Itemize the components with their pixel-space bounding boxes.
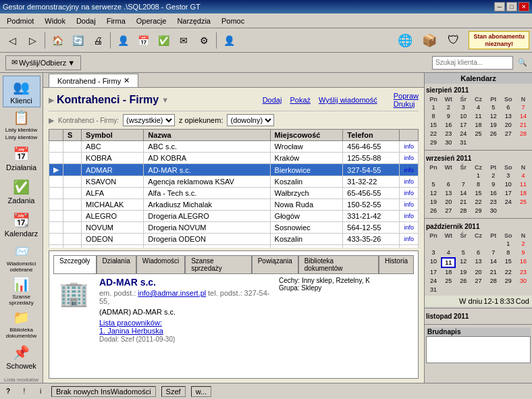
table-row[interactable]: KOBRA AD KOBRA Kraków 125-55-88 info [49,153,419,164]
window-controls: ─ □ ✕ [494,2,529,11]
brudnopis-textarea[interactable] [426,336,531,363]
cell-nazwa: ABC s.c. [144,141,270,153]
extra-status: w... [191,386,212,397]
minimize-button[interactable]: ─ [494,2,505,11]
tab-kontrahend-firmy[interactable]: Kontrahend - Firmy ✕ [49,74,138,87]
user-button[interactable]: 👤 [219,31,238,50]
menu-dodaj[interactable]: Dodaj [71,16,101,26]
col-miejscowosc[interactable]: Miejscowość [270,130,343,141]
table-row[interactable]: KSAVON Agencja reklamowa KSAV Koszalin 3… [49,176,419,188]
col-indicator [49,130,63,141]
popraw-link[interactable]: Popraw [394,92,419,100]
detail-tab-dzialania[interactable]: Działania [97,255,136,273]
sidebar-item-wiadomosci[interactable]: 📨 Wiadomości odebrane [3,242,41,273]
cell-telefon: 331-21-42 [343,211,400,222]
table-row[interactable]: MICHALAK Arkadiusz Michalak Nowa Ruda 15… [49,199,419,211]
alert-button[interactable]: ! [19,386,30,397]
table-row[interactable]: KOZICKO Export - Import Kozicko 545-48-5… [49,245,419,248]
detail-tab-historia[interactable]: Historia [379,255,414,273]
table-row[interactable]: ALEGRO Drogeria ALEGRO Głogów 331-21-42 … [49,211,419,222]
table-row[interactable]: NOVUM Drogeria NOVUM Sosnowiec 564-12-55… [49,222,419,234]
cell-telefon: 125-55-88 [343,153,400,164]
detail-tab-biblioteka[interactable]: Biblioteka dokumentów [298,255,379,273]
table-row[interactable]: ▶ ADMAR AD-MAR s.c. Bierkowice 327-54-55… [49,164,419,176]
sidebar-item-listy[interactable]: 📋 Listy klientów Listy klientów [3,109,41,141]
back-button[interactable]: ◁ [3,31,22,50]
cell-s [63,164,82,176]
detail-panel: Szczegóły Działania Wiadomości Szanse sp… [49,250,419,379]
help-button[interactable]: ? [3,386,14,397]
search-input[interactable] [432,56,513,70]
cell-s [63,222,82,234]
cell-info: info [400,164,419,176]
page-title: Kontrahenci - Firmy [57,94,159,106]
cell-s [63,245,82,248]
globe-button[interactable]: 🌐 [396,31,415,50]
sidebar-item-szanse[interactable]: 📊 Szanse sprzedaży [3,275,41,307]
table-row[interactable]: ODEON Drogeria ODEON Koszalin 433-35-26 … [49,234,419,245]
pokaz-link[interactable]: Pokaż [290,96,311,104]
page-title-dropdown[interactable]: ▼ [161,96,169,104]
detail-tab-szczegoly[interactable]: Szczegóły [53,255,97,273]
calendar-october: październik 2011 PnWtŚrCzPtSoN 12 345678… [425,220,532,296]
detail-tab-szanse[interactable]: Szanse sprzedaży [185,255,251,273]
forward-button[interactable]: ▷ [23,31,42,50]
tasks-button[interactable]: ✅ [154,31,173,50]
maximize-button[interactable]: □ [506,2,517,11]
menu-operacje[interactable]: Operacje [131,16,172,26]
search-button[interactable]: 🔍 [516,56,529,70]
worker-1-link[interactable]: 1. Janina Herbuska [99,327,163,335]
cell-symbol: ALFA [82,188,144,199]
refresh-button[interactable]: 🔄 [68,31,87,50]
cell-s [63,141,82,153]
right-panel: Kalendarz sierpień 2011 PnWtŚrCzPtSoN 12… [424,73,532,383]
opiekun-select[interactable]: (dowolny) [227,114,274,126]
calendar-button[interactable]: 📅 [134,31,153,50]
company-email[interactable]: info@admar.insert.pl [138,289,206,297]
menu-pomoc[interactable]: Pomoc [216,16,250,26]
sidebar-item-zadania[interactable]: ✅ Zadania [3,176,41,207]
sidebar-item-biblioteka[interactable]: 📁 Biblioteka dokumentów [3,308,41,340]
cell-symbol: ADMAR [82,164,144,176]
menu-podmiot[interactable]: Podmiot [1,16,39,26]
shield-button[interactable]: 🛡 [444,31,463,50]
menu-widok[interactable]: Widok [39,16,71,26]
sidebar-item-dzialania[interactable]: 📅 Działania [3,142,41,174]
settings-button[interactable]: ⚙ [194,31,213,50]
col-s[interactable]: S [63,130,82,141]
mail-button[interactable]: ✉ [174,31,193,50]
detail-tab-powiazania[interactable]: Powiązania [252,255,298,273]
calendar-icon: 📆 [13,212,30,228]
sidebar-item-schowek[interactable]: 📌 Schowek [3,341,41,373]
filter-select[interactable]: (wszystkie) [123,114,175,126]
table-row[interactable]: ABC ABC s.c. Wrocław 456-46-55 info [49,141,419,153]
september-label: wrzesień 2011 [426,153,531,163]
col-nazwa[interactable]: Nazwa [144,130,270,141]
lista-modulow[interactable]: Lista modułów [4,377,38,383]
send-receive-button[interactable]: ✉ Wyślij/Odbierz ▼ [5,55,81,70]
menu-narzedzia[interactable]: Narzędzia [171,16,216,26]
dodaj-link[interactable]: Dodaj [263,96,282,104]
sidebar-item-kalendarz[interactable]: 📆 Kalendarz [3,209,41,240]
table-wrapper[interactable]: S Symbol Nazwa Miejscowość Telefon ABC A… [49,129,419,248]
info-button[interactable]: i [35,386,46,397]
cell-info: info [400,222,419,234]
wyslij-link[interactable]: Wyślij wiadomość [319,96,377,104]
cell-symbol: NOVUM [82,222,144,234]
sidebar-item-klienci[interactable]: 👥 Klienci [3,76,41,107]
day[interactable]: 1 [426,103,441,112]
workers-list-link[interactable]: Lista pracowników: [99,319,162,327]
today-indicator[interactable]: 11 [441,257,456,268]
close-button[interactable]: ✕ [518,2,529,11]
detail-tab-wiadomosci[interactable]: Wiadomości [136,255,185,273]
contacts-button[interactable]: 👤 [113,31,132,50]
col-telefon[interactable]: Telefon [343,130,400,141]
home-button[interactable]: 🏠 [48,31,67,50]
print-button[interactable]: 🖨 [88,31,107,50]
box-button[interactable]: 📦 [420,31,439,50]
drukuj-link[interactable]: Drukuj [394,100,419,108]
subscription-status: Stan abonamentunieznany! [469,31,529,50]
col-symbol[interactable]: Symbol [82,130,144,141]
table-row[interactable]: ALFA Alfa - Tech s.c. Wałbrzych 65-456-5… [49,188,419,199]
menu-firma[interactable]: Firma [101,16,131,26]
